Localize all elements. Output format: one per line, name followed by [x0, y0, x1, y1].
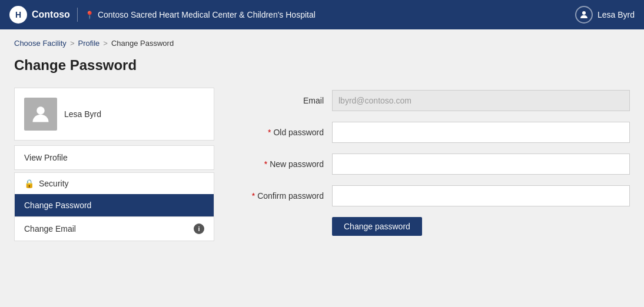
user-card: Lesa Byrd	[14, 88, 214, 141]
change-email-info-icon[interactable]: i	[194, 223, 204, 234]
header-divider	[77, 8, 78, 22]
breadcrumb: Choose Facility > Profile > Change Passw…	[14, 39, 630, 48]
email-label: Email	[238, 96, 332, 105]
confirm-password-row: Confirm password	[238, 185, 630, 206]
change-password-form: Email Old password New password Confirm …	[238, 88, 630, 236]
view-profile-label: View Profile	[24, 153, 68, 162]
user-avatar-icon	[575, 6, 593, 24]
user-menu[interactable]: Lesa Byrd	[575, 6, 635, 24]
change-password-sidebar-item[interactable]: Change Password	[14, 194, 214, 217]
confirm-password-input[interactable]	[332, 185, 630, 206]
main-layout: Lesa Byrd View Profile 🔒 Security Change…	[14, 88, 630, 241]
email-row: Email	[238, 90, 630, 111]
old-password-label: Old password	[238, 128, 332, 137]
confirm-password-label: Confirm password	[238, 191, 332, 201]
facility-info: 📍 Contoso Sacred Heart Medical Center & …	[85, 10, 316, 19]
view-profile-item[interactable]: View Profile	[14, 145, 214, 170]
sidebar: Lesa Byrd View Profile 🔒 Security Change…	[14, 88, 214, 241]
new-password-input[interactable]	[332, 154, 630, 175]
page-content: Choose Facility > Profile > Change Passw…	[0, 29, 644, 251]
svg-point-0	[582, 11, 586, 15]
security-label: Security	[39, 179, 69, 188]
user-avatar-large	[24, 98, 57, 131]
change-password-sidebar-label: Change Password	[24, 201, 91, 210]
user-name-header: Lesa Byrd	[597, 10, 635, 19]
page-title: Change Password	[14, 57, 630, 74]
email-field	[332, 90, 630, 111]
change-email-sidebar-item[interactable]: Change Email i	[14, 217, 214, 241]
change-email-sidebar-label: Change Email	[24, 224, 76, 233]
new-password-label: New password	[238, 159, 332, 169]
new-password-row: New password	[238, 154, 630, 175]
org-name: Contoso	[32, 9, 70, 20]
user-card-name: Lesa Byrd	[64, 109, 101, 119]
app-header: H Contoso 📍 Contoso Sacred Heart Medical…	[0, 0, 644, 29]
old-password-row: Old password	[238, 122, 630, 143]
change-password-button[interactable]: Change password	[332, 217, 422, 236]
old-password-input[interactable]	[332, 122, 630, 143]
breadcrumb-current: Change Password	[111, 39, 174, 48]
form-actions: Change password	[332, 217, 630, 236]
breadcrumb-sep-2: >	[103, 39, 108, 48]
breadcrumb-sep-1: >	[70, 39, 75, 48]
lock-icon: 🔒	[24, 179, 34, 188]
logo-icon: H	[9, 6, 27, 24]
breadcrumb-profile[interactable]: Profile	[78, 39, 99, 48]
breadcrumb-choose-facility[interactable]: Choose Facility	[14, 39, 67, 48]
svg-point-1	[36, 106, 45, 115]
location-icon: 📍	[85, 11, 94, 19]
security-section-header[interactable]: 🔒 Security	[14, 172, 214, 194]
facility-name: Contoso Sacred Heart Medical Center & Ch…	[98, 10, 316, 19]
logo-area: H Contoso	[9, 6, 70, 24]
